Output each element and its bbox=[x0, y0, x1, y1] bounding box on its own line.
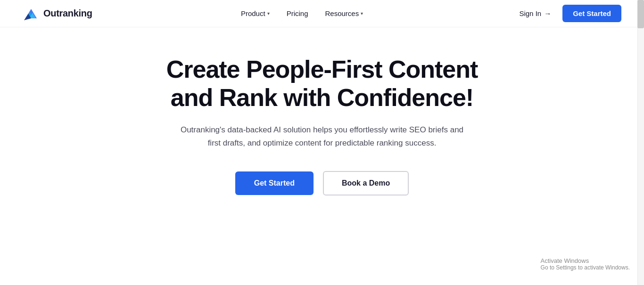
product-chevron-icon: ▾ bbox=[267, 11, 270, 16]
activate-windows: Activate Windows Go to Settings to activ… bbox=[541, 257, 630, 271]
sign-in-arrow-icon: → bbox=[544, 9, 551, 17]
hero-get-started-button[interactable]: Get Started bbox=[235, 171, 314, 195]
scrollbar-thumb[interactable] bbox=[637, 0, 644, 28]
nav-pricing-label: Pricing bbox=[287, 9, 308, 17]
sign-in-button[interactable]: Sign In → bbox=[512, 6, 559, 21]
nav-right: Sign In → Get Started bbox=[512, 5, 621, 22]
logo-icon bbox=[23, 5, 40, 22]
nav-resources-label: Resources bbox=[325, 9, 359, 17]
hero-book-demo-button[interactable]: Book a Demo bbox=[323, 171, 409, 195]
sign-in-label: Sign In bbox=[519, 9, 541, 17]
get-started-nav-button[interactable]: Get Started bbox=[562, 5, 621, 22]
hero-buttons: Get Started Book a Demo bbox=[235, 171, 409, 195]
hero-title: Create People-First Content and Rank wit… bbox=[166, 56, 478, 112]
activate-subtitle: Go to Settings to activate Windows. bbox=[541, 264, 630, 271]
nav-product-label: Product bbox=[241, 9, 265, 17]
nav-links: Product ▾ Pricing Resources ▾ bbox=[234, 6, 370, 21]
activate-title: Activate Windows bbox=[541, 257, 630, 264]
hero-subtitle: Outranking's data-backed AI solution hel… bbox=[176, 123, 468, 151]
logo-text: Outranking bbox=[43, 8, 92, 19]
resources-chevron-icon: ▾ bbox=[361, 11, 363, 16]
nav-product[interactable]: Product ▾ bbox=[234, 6, 276, 21]
logo[interactable]: Outranking bbox=[23, 5, 92, 22]
nav-pricing[interactable]: Pricing bbox=[280, 6, 315, 21]
scrollbar-track bbox=[637, 0, 644, 285]
hero-section: Create People-First Content and Rank wit… bbox=[0, 27, 644, 214]
nav-resources[interactable]: Resources ▾ bbox=[318, 6, 370, 21]
navbar: Outranking Product ▾ Pricing Resources ▾… bbox=[0, 0, 644, 27]
